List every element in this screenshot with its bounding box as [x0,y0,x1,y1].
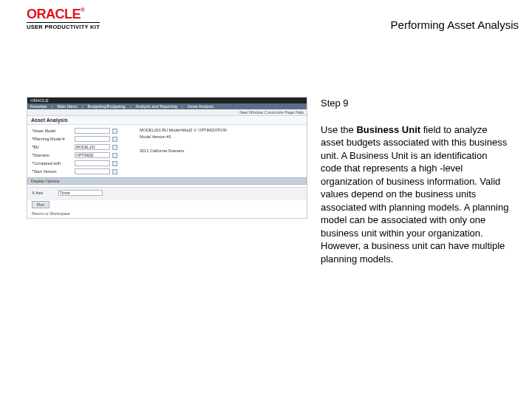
page-title: Performing Asset Analysis [391,7,519,31]
lookup-icon[interactable] [112,129,117,134]
ss-toolbar: New Window Customize Page Help [27,109,307,116]
oracle-logo-block: ORACLE® USER PRODUCTIVITY KIT [27,7,100,30]
text-after: field to analyze asset budgets associate… [321,124,508,265]
text-before: Use the [321,124,356,135]
logo-text: ORACLE [27,7,81,21]
desc-3: 2011 California Scenario [140,149,227,153]
start-label: *Start Version [32,169,72,174]
instruction-panel: Step 9 Use the Business Unit field to an… [321,97,519,266]
lookup-icon[interactable] [112,137,117,142]
upk-subtitle: USER PRODUCTIVITY KIT [27,22,100,30]
ss-navbar: Favorites › Main Menu › Budgeting/Budget… [27,103,307,109]
nav-item: Budgeting/Budgeting [88,104,126,109]
app-screenshot: ORACLE Favorites › Main Menu › Budgeting… [27,97,307,219]
logo-tm: ® [81,7,84,13]
bu-label: *BU [32,145,72,149]
scenario-input[interactable]: OPTIMIZE [75,152,110,158]
scenario-label: *Scenario [32,153,72,157]
ss-brand: ORACLE [27,98,307,103]
compare-label: *Compared with [32,161,72,166]
desc-2: Model Version #1 [140,134,227,139]
text-bold: Business Unit [356,124,420,135]
start-input[interactable] [75,168,110,174]
oracle-logo: ORACLE® [27,7,100,21]
asset-model-input[interactable] [75,128,110,134]
display-options-header: Display Options [27,177,307,185]
nav-item: Favorites [30,104,47,109]
run-button[interactable]: Run [32,201,50,208]
step-label: Step 9 [321,97,510,110]
planning-model-input[interactable] [75,136,110,142]
ss-section-title: Asset Analysis [27,116,307,125]
x-axis-label: X Axis [32,191,54,195]
compare-input[interactable] [75,160,110,166]
nav-item: Analysis and Reporting [135,104,177,109]
lookup-icon[interactable] [112,145,117,150]
instruction-text: Use the Business Unit field to analyze a… [321,123,510,266]
lookup-icon[interactable] [112,153,117,158]
x-axis-select[interactable]: Time ▾ [58,190,103,196]
return-link: Return to Workspace [27,209,307,218]
lookup-icon[interactable] [112,161,117,166]
lookup-icon[interactable] [112,169,117,174]
bu-input[interactable]: MODEL101 [75,144,110,150]
nav-item: Asset Analysis [188,104,214,109]
asset-model-label: *Asset Model [32,129,72,133]
planning-model-label: *Planning Model # [32,137,72,141]
nav-item: Main Menu [57,104,77,109]
desc-1: MODEL101 BU Model=Mod2 V. OPTIMIZATION [140,128,227,132]
